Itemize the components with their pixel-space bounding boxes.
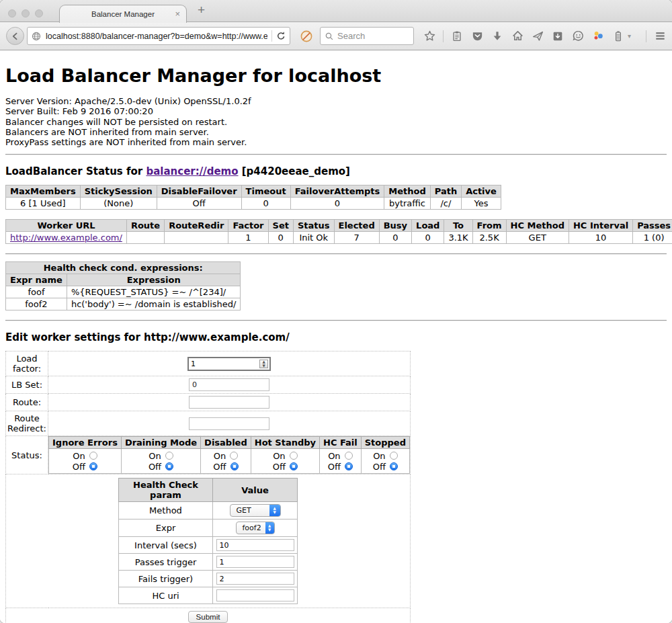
col-routeredir: RouteRedir xyxy=(165,220,228,232)
hc-passes-input[interactable] xyxy=(216,556,294,568)
new-tab-button[interactable]: + xyxy=(198,3,205,17)
balancers-warning-line: Balancers are NOT inherited from main se… xyxy=(5,127,667,137)
chevron-down-icon[interactable]: ▾ xyxy=(628,32,631,40)
hc-fails-row: Fails trigger) xyxy=(119,571,298,587)
tab-balancer-manager[interactable]: Balancer Manager × xyxy=(59,5,187,23)
divider xyxy=(5,154,667,155)
minimize-window-button[interactable] xyxy=(22,9,30,17)
page-content: Load Balancer Manager for localhost Serv… xyxy=(0,65,672,623)
cell-worker-url: http://www.example.com/ xyxy=(6,232,127,244)
col-hc-method: HC Method xyxy=(506,220,569,232)
back-button[interactable] xyxy=(6,27,24,45)
adblock-extension-icon[interactable] xyxy=(300,30,313,43)
number-spinner-icon[interactable]: ▲▼ xyxy=(259,360,268,368)
feedback-smiley-icon[interactable] xyxy=(571,30,585,43)
ignore-errors-off-radio[interactable] xyxy=(89,462,97,470)
stopped-off-radio[interactable] xyxy=(390,462,398,470)
table-header-row: MaxMembers StickySession DisableFailover… xyxy=(6,185,501,198)
bookmark-star-icon[interactable] xyxy=(423,30,436,43)
load-factor-label: Load factor: xyxy=(6,351,48,376)
hc-uri-label: HC uri xyxy=(119,587,213,604)
cell-expr-name: foof2 xyxy=(6,298,67,310)
balancer-status-table: MaxMembers StickySession DisableFailover… xyxy=(5,185,501,210)
draining-mode-on-radio[interactable] xyxy=(165,452,173,460)
server-info: Server Version: Apache/2.5.0-dev (Unix) … xyxy=(5,96,667,147)
on-label: On xyxy=(373,451,385,461)
menu-hamburger-icon[interactable] xyxy=(653,30,667,43)
send-page-icon[interactable] xyxy=(531,30,544,43)
save-to-device-icon[interactable] xyxy=(551,30,564,43)
col-expr-name: Expr name xyxy=(6,274,67,286)
col-path: Path xyxy=(430,185,461,198)
clipboard-icon[interactable] xyxy=(450,30,464,43)
hc-uri-input[interactable] xyxy=(216,589,294,601)
hc-fails-input[interactable] xyxy=(216,573,294,585)
ignore-errors-on-radio[interactable] xyxy=(89,452,97,460)
tab-close-icon[interactable]: × xyxy=(175,9,180,19)
disabled-on-radio[interactable] xyxy=(230,452,238,460)
hc-expr-select[interactable]: foof2 ▲▼ xyxy=(236,522,275,534)
lb-set-input[interactable] xyxy=(189,378,269,391)
cell-maxmembers: 6 [1 Used] xyxy=(6,198,81,210)
balancer-demo-link[interactable]: balancer://demo xyxy=(146,165,238,177)
stopped-on-radio[interactable] xyxy=(390,452,398,460)
route-redirect-input[interactable] xyxy=(189,417,269,430)
hc-fail-on-radio[interactable] xyxy=(345,452,353,460)
cell-method: bytraffic xyxy=(384,198,430,210)
search-bar[interactable]: Search xyxy=(320,27,414,45)
cell-stickysession: (None) xyxy=(80,198,157,210)
reload-icon[interactable] xyxy=(276,31,286,41)
on-label: On xyxy=(328,451,340,461)
col-maxmembers: MaxMembers xyxy=(6,185,81,198)
hc-fails-label: Fails trigger) xyxy=(119,571,213,587)
hc-method-selected-value: GET xyxy=(230,506,269,515)
home-icon[interactable] xyxy=(511,30,524,43)
cell-hc-interval: 10 xyxy=(569,232,632,244)
hc-passes-label: Passes trigger xyxy=(119,554,213,571)
url-bar[interactable]: localhost:8880/balancer-manager?b=demo&w… xyxy=(27,27,290,45)
server-version-line: Server Version: Apache/2.5.0-dev (Unix) … xyxy=(5,96,667,106)
table-row: 6 [1 Used] (None) Off 0 0 bytraffic /c/ … xyxy=(6,198,501,210)
col-failoverattempts: FailoverAttempts xyxy=(290,185,384,198)
hc-method-select[interactable]: GET ▲▼ xyxy=(230,504,281,517)
url-text[interactable]: localhost:8880/balancer-manager?b=demo&w… xyxy=(46,32,267,41)
pocket-icon[interactable] xyxy=(470,30,484,43)
lb-set-row: LB Set: xyxy=(6,376,411,394)
off-label: Off xyxy=(149,462,161,472)
worker-url-link[interactable]: http://www.example.com/ xyxy=(10,233,122,243)
col-elected: Elected xyxy=(334,220,379,232)
disabled-off-radio[interactable] xyxy=(230,462,239,470)
edit-worker-heading: Edit worker settings for http://www.exam… xyxy=(5,331,667,343)
expr-row: foof2 hc('body') =~ /domain is establish… xyxy=(6,298,241,310)
status-header-row: Ignore Errors Draining Mode Disabled Hot… xyxy=(49,437,410,449)
close-window-button[interactable] xyxy=(8,9,16,17)
disabled-cell: On Off xyxy=(201,449,251,474)
col-hc-fail: HC Fail xyxy=(320,437,362,449)
cell-factor: 1 xyxy=(228,232,268,244)
route-input[interactable] xyxy=(189,396,269,409)
zoom-window-button[interactable] xyxy=(35,9,43,17)
hc-expr-label: Expr xyxy=(119,520,213,537)
off-label: Off xyxy=(373,462,386,472)
submit-button[interactable]: Submit xyxy=(188,611,228,623)
draining-mode-off-radio[interactable] xyxy=(165,462,173,470)
device-battery-icon[interactable] xyxy=(612,30,625,43)
col-active: Active xyxy=(462,185,501,198)
hot-standby-off-radio[interactable] xyxy=(290,462,298,470)
cell-status: Init Ok xyxy=(293,232,334,244)
load-factor-input[interactable] xyxy=(189,358,259,370)
col-hc-interval: HC Interval xyxy=(569,220,632,232)
route-redirect-label: Route Redirect: xyxy=(6,411,48,436)
on-label: On xyxy=(273,451,285,461)
hc-fail-off-radio[interactable] xyxy=(345,462,353,470)
hot-standby-on-radio[interactable] xyxy=(290,452,298,460)
proxypass-warning-line: ProxyPass settings are NOT inherited fro… xyxy=(5,137,667,147)
downloads-icon[interactable] xyxy=(491,30,504,43)
back-arrow-icon xyxy=(10,31,21,42)
col-method: Method xyxy=(384,185,430,198)
load-factor-row: Load factor: ▲▼ xyxy=(6,351,411,376)
worker-row: http://www.example.com/ 1 0 Init Ok 7 0 … xyxy=(6,232,672,244)
colored-dots-extension-icon[interactable] xyxy=(591,30,605,43)
hc-interval-input[interactable] xyxy=(216,539,294,551)
col-factor: Factor xyxy=(228,220,268,232)
